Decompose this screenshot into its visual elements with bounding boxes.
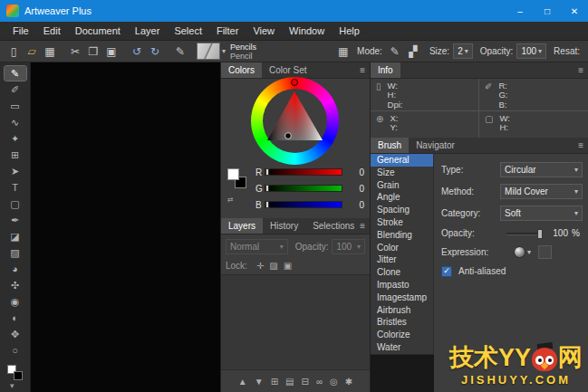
fill-tool[interactable]: ◕ xyxy=(5,262,26,276)
layer-opacity-select[interactable]: 100▾ xyxy=(332,239,365,254)
slider-track[interactable] xyxy=(265,201,342,208)
colors-panel-tab[interactable]: Color Set xyxy=(262,62,314,78)
save-icon[interactable]: ▦ xyxy=(41,43,59,61)
panel-menu-icon[interactable]: ≡ xyxy=(578,140,583,151)
menu-item[interactable]: Document xyxy=(68,22,128,40)
brush-category-item[interactable]: Water xyxy=(371,341,433,354)
swap-colors-icon[interactable]: ⇄ xyxy=(227,196,234,204)
brush-icon[interactable]: ✎ xyxy=(171,43,189,61)
link-layer-icon[interactable]: ∞ xyxy=(316,377,323,387)
expression-preview-icon[interactable] xyxy=(514,246,525,258)
brush-category-item[interactable]: Clone xyxy=(371,266,433,279)
slider-handle[interactable] xyxy=(265,201,269,208)
colors-panel-tab[interactable]: Colors xyxy=(221,62,262,78)
slider-handle[interactable] xyxy=(265,168,269,176)
tab-info[interactable]: Info xyxy=(371,62,400,78)
type-select[interactable]: Circular▾ xyxy=(500,162,583,177)
brush-category-item[interactable]: Size xyxy=(371,167,433,179)
background-color-swatch[interactable] xyxy=(14,371,23,380)
lock-all-icon[interactable]: ▣ xyxy=(284,261,292,271)
tool-opacity-select[interactable]: 100▾ xyxy=(516,43,546,59)
menu-item[interactable]: Select xyxy=(167,22,209,40)
slider-handle[interactable] xyxy=(265,185,269,192)
menu-item[interactable]: Filter xyxy=(209,22,246,40)
brush-panel-tab[interactable]: Brush xyxy=(371,138,409,153)
new-group-icon[interactable]: ⊞ xyxy=(271,377,278,387)
brush-category-item[interactable]: Impasto xyxy=(371,279,433,292)
new-layer-icon[interactable]: ▤ xyxy=(285,377,294,387)
rect-select-tool[interactable]: ▭ xyxy=(5,99,26,113)
erase-mode-icon[interactable]: ▞ xyxy=(404,43,422,61)
brush-category-item[interactable]: Bristles xyxy=(371,316,433,329)
paint-mode-icon[interactable]: ✎ xyxy=(386,43,404,61)
maximize-button[interactable]: □ xyxy=(534,0,561,22)
saturation-triangle[interactable] xyxy=(263,89,327,153)
layers-panel-tab[interactable]: History xyxy=(263,218,305,234)
expression-settings-button[interactable] xyxy=(538,245,552,259)
hue-marker[interactable] xyxy=(291,79,298,86)
eraser-tool[interactable]: ◪ xyxy=(5,229,26,244)
text-tool[interactable]: T xyxy=(5,180,26,195)
brush-category-item[interactable]: Jitter xyxy=(371,253,433,266)
copy-icon[interactable]: ❐ xyxy=(84,43,102,61)
menu-item[interactable]: Help xyxy=(332,22,367,40)
move-down-icon[interactable]: ▼ xyxy=(255,377,264,387)
foreground-color-swatch[interactable] xyxy=(227,168,239,180)
color-wheel[interactable] xyxy=(251,77,339,165)
lock-pixels-icon[interactable]: ▨ xyxy=(269,261,277,271)
gradient-tool[interactable]: ▨ xyxy=(5,245,26,260)
zoom-tool[interactable]: ○ xyxy=(5,343,26,358)
lock-position-icon[interactable]: ✛ xyxy=(256,261,264,271)
brush-category-item[interactable]: General xyxy=(371,154,433,167)
panel-menu-icon[interactable]: ≡ xyxy=(360,65,365,76)
smudge-tool[interactable]: ✣ xyxy=(5,278,26,292)
brush-category-item[interactable]: Blending xyxy=(371,229,433,242)
brush-category-item[interactable]: Airbrush xyxy=(371,304,433,317)
brush-tool[interactable]: ✎ xyxy=(5,66,26,81)
slider-track[interactable] xyxy=(265,185,342,192)
layers-panel-tab[interactable]: Layers xyxy=(221,218,263,234)
brush-category-item[interactable]: Imagestamp xyxy=(371,292,433,304)
brush-opacity-slider[interactable] xyxy=(506,228,543,239)
dodge-tool[interactable]: ◐ xyxy=(5,311,26,325)
move-tool[interactable]: ➤ xyxy=(5,164,26,178)
slider-handle[interactable] xyxy=(537,229,543,239)
crop-tool[interactable]: ⊞ xyxy=(5,148,26,162)
magic-wand-tool[interactable]: ✦ xyxy=(5,131,26,146)
antialiased-checkbox[interactable]: ✓ xyxy=(441,266,452,277)
blend-mode-select[interactable]: Normal▾ xyxy=(226,239,288,254)
brush-category-item[interactable]: Colorize xyxy=(371,329,433,341)
pencil-tool[interactable]: ✐ xyxy=(5,82,26,97)
slider-track[interactable] xyxy=(265,168,342,176)
layers-list[interactable] xyxy=(221,274,370,370)
brush-category-item[interactable]: Grain xyxy=(371,179,433,192)
menu-item[interactable]: Edit xyxy=(36,22,68,40)
menu-item[interactable]: View xyxy=(246,22,282,40)
menu-item[interactable]: Window xyxy=(282,22,332,40)
brush-panel-tab[interactable]: Navigator xyxy=(409,138,462,153)
eyedropper-tool[interactable]: ✒ xyxy=(5,213,26,227)
delete-layer-icon[interactable]: ⊟ xyxy=(302,377,309,387)
shape-tool[interactable]: ▢ xyxy=(5,196,26,211)
brush-category-item[interactable]: Angle xyxy=(371,191,433,204)
layers-panel-tab[interactable]: Selections xyxy=(305,218,361,234)
cut-icon[interactable]: ✂ xyxy=(66,43,84,61)
hand-tool[interactable]: ✥ xyxy=(5,327,26,341)
strip-color-swatches[interactable] xyxy=(7,365,24,381)
brush-category-item[interactable]: Spacing xyxy=(371,204,433,216)
brush-category-item[interactable]: Stroke xyxy=(371,216,433,229)
lasso-tool[interactable]: ∿ xyxy=(5,115,26,129)
new-document-icon[interactable]: ▯ xyxy=(5,43,23,61)
panel-menu-icon[interactable]: ≡ xyxy=(360,221,365,232)
method-select[interactable]: Mild Cover▾ xyxy=(500,184,583,199)
paste-icon[interactable]: ▣ xyxy=(102,43,120,61)
open-icon[interactable]: ▱ xyxy=(23,43,41,61)
minimize-button[interactable]: – xyxy=(506,0,534,22)
brush-category-item[interactable]: Color xyxy=(371,242,433,254)
undo-icon[interactable]: ↺ xyxy=(128,43,146,61)
mask-icon[interactable]: ◎ xyxy=(330,377,338,387)
palette-icon[interactable]: ▦ xyxy=(336,43,350,61)
layer-settings-icon[interactable]: ✱ xyxy=(345,377,352,387)
brush-preset-picker[interactable]: ▾ xyxy=(197,43,226,60)
clone-tool[interactable]: ◉ xyxy=(5,294,26,309)
